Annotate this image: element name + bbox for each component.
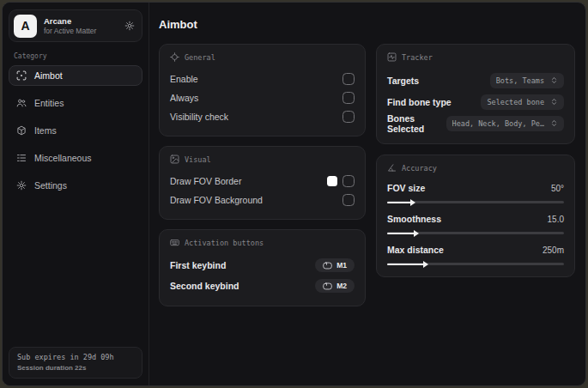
sidebar-item-settings[interactable]: Settings [9, 175, 142, 196]
max-distance-value: 250m [543, 246, 564, 255]
draw-fov-background-checkbox[interactable] [342, 194, 355, 206]
activity-icon [387, 52, 397, 62]
unfold-icon [550, 119, 558, 127]
setting-row-targets: Targets Bots, Teams [387, 70, 564, 91]
gear-icon [16, 180, 27, 191]
accuracy-card: Accuracy FOV size 50° [376, 155, 575, 277]
setting-row-find-bone-type: Find bone type Selected bone [387, 91, 564, 112]
card-title: Accuracy [402, 164, 437, 173]
bones-selected-dropdown[interactable]: Head, Neck, Body, Pe… [446, 116, 564, 131]
gear-icon[interactable] [124, 21, 135, 31]
fov-border-color-swatch[interactable] [327, 176, 337, 186]
main-content: Aimbot General [149, 3, 585, 385]
activation-buttons-card: Activation buttons First keybind M1 [159, 229, 366, 306]
sidebar-item-label: Entities [34, 98, 64, 108]
app-logo: A [14, 15, 37, 38]
card-title: Tracker [402, 53, 433, 62]
setting-row-enable: Enable [170, 70, 355, 88]
first-keybind-button[interactable]: M1 [315, 258, 355, 272]
setting-row-bones-selected: Bones Selected Head, Neck, Body, Pe… [387, 112, 564, 134]
app-subtitle: for Active Matter [44, 27, 118, 36]
crosshair-icon [170, 52, 179, 62]
subscription-info-card: Sub expires in 29d 09h Session duration … [9, 347, 142, 379]
setting-row-second-keybind: Second keybind M2 [170, 276, 355, 296]
enable-checkbox[interactable] [342, 73, 355, 85]
slider-thumb[interactable] [410, 199, 415, 206]
slider-thumb[interactable] [423, 261, 428, 268]
sidebar-item-entities[interactable]: Entities [9, 93, 142, 113]
category-label: Category [14, 52, 142, 60]
smoothness-value: 15.0 [548, 215, 564, 224]
sidebar-item-miscellaneous[interactable]: Miscellaneous [9, 148, 142, 168]
fov-size-slider[interactable] [387, 201, 564, 203]
max-distance-slider[interactable] [387, 263, 564, 265]
targets-dropdown[interactable]: Bots, Teams [490, 73, 564, 88]
setting-row-visibility-check: Visibility check [170, 107, 355, 126]
find-bone-type-dropdown[interactable]: Selected bone [481, 94, 564, 110]
app-name: Arcane [44, 16, 118, 27]
visual-card: Visual Draw FOV Border Draw FOV Backgrou… [159, 146, 366, 220]
category-nav: Aimbot Entities [9, 65, 142, 199]
angle-icon [387, 163, 397, 173]
unfold-icon [550, 76, 558, 84]
setting-row-draw-fov-background: Draw FOV Background [170, 191, 355, 209]
general-card: General Enable Always Visibility check [159, 44, 366, 136]
card-title: General [185, 53, 215, 62]
setting-row-always: Always [170, 88, 355, 107]
page-title: Aimbot [159, 18, 575, 31]
tracker-card: Tracker Targets Bots, Teams [376, 44, 575, 144]
always-checkbox[interactable] [342, 92, 355, 104]
app-window: A Arcane for Active Matter Category [2, 2, 586, 386]
sidebar-item-label: Aimbot [34, 70, 63, 81]
card-title: Activation buttons [185, 239, 264, 247]
mouse-icon [323, 262, 332, 270]
crosshair-scan-icon [16, 70, 27, 81]
smoothness-slider[interactable] [387, 232, 564, 234]
fov-size-slider-group: FOV size 50° [387, 180, 564, 203]
cube-icon [16, 125, 27, 136]
card-title: Visual [185, 155, 211, 164]
fov-size-value: 50° [551, 184, 564, 193]
smoothness-slider-group: Smoothness 15.0 [387, 211, 564, 234]
keyboard-icon [170, 238, 179, 247]
sidebar-item-aimbot[interactable]: Aimbot [9, 65, 142, 86]
sidebar: A Arcane for Active Matter Category [3, 3, 149, 385]
sidebar-item-label: Settings [34, 180, 67, 191]
sub-expiry-text: Sub expires in 29d 09h [17, 353, 134, 361]
sidebar-item-items[interactable]: Items [9, 120, 142, 141]
sidebar-item-label: Items [34, 125, 57, 136]
users-icon [16, 98, 27, 108]
visibility-check-checkbox[interactable] [342, 111, 355, 123]
mouse-icon [323, 282, 332, 290]
max-distance-slider-group: Max distance 250m [387, 242, 564, 265]
list-icon [16, 153, 27, 163]
app-header-card: A Arcane for Active Matter [9, 9, 142, 42]
image-icon [170, 155, 179, 164]
sidebar-item-label: Miscellaneous [34, 153, 92, 163]
slider-thumb[interactable] [414, 230, 419, 237]
setting-row-draw-fov-border: Draw FOV Border [170, 172, 355, 191]
setting-row-first-keybind: First keybind M1 [170, 255, 355, 276]
keybind-value: M1 [336, 261, 347, 270]
keybind-value: M2 [336, 282, 347, 290]
draw-fov-border-checkbox[interactable] [342, 175, 355, 187]
session-duration-text: Session duration 22s [17, 364, 134, 372]
unfold-icon [550, 98, 558, 106]
second-keybind-button[interactable]: M2 [315, 279, 355, 293]
